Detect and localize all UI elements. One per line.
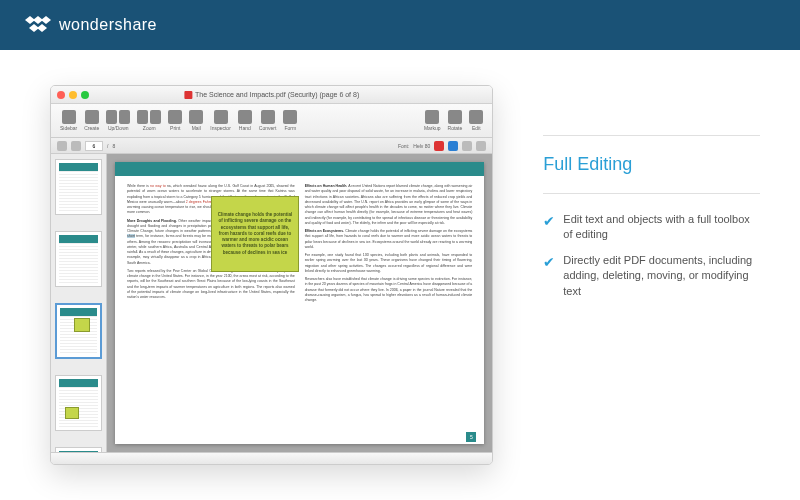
hand-tool[interactable]: Hand — [235, 110, 255, 131]
check-icon: ✔ — [543, 212, 555, 243]
sidebar-tool[interactable]: Sidebar — [57, 110, 80, 131]
traffic-lights — [57, 91, 89, 99]
nav-back-button[interactable] — [57, 141, 67, 151]
thumbnail-page-active[interactable] — [55, 303, 102, 359]
logo: wondershare — [25, 16, 157, 34]
page-separator: / — [107, 143, 108, 149]
markup-icon — [425, 110, 439, 124]
thumbnail-panel: 4 5 6 7 8 — [51, 154, 107, 452]
content-area: The Science and Impacts.pdf (Security) (… — [0, 50, 800, 500]
sidebar-icon — [62, 110, 76, 124]
print-tool[interactable]: Print — [165, 110, 185, 131]
print-icon — [168, 110, 182, 124]
check-icon: ✔ — [543, 253, 555, 299]
mail-icon — [189, 110, 203, 124]
document-area: 4 5 6 7 8 Climate change holds the poten… — [51, 154, 492, 452]
statusbar — [51, 452, 492, 464]
column-right[interactable]: Effects on Human Health. A recent United… — [305, 184, 473, 436]
page-body: Climate change holds the potential of in… — [115, 176, 484, 444]
hand-icon — [238, 110, 252, 124]
updown-icon — [106, 110, 130, 124]
pdf-file-icon — [184, 91, 192, 99]
convert-icon — [261, 110, 275, 124]
rotate-icon — [448, 110, 462, 124]
secondary-toolbar: 6 / 8 Font: Helv 80 — [51, 138, 492, 154]
callout-box[interactable]: Climate change holds the potential of in… — [211, 196, 299, 272]
edit-icon — [469, 110, 483, 124]
close-button[interactable] — [57, 91, 65, 99]
create-tool[interactable]: Create — [81, 110, 102, 131]
page-number-input[interactable]: 6 — [85, 141, 103, 151]
thumbnail-page[interactable] — [55, 375, 102, 431]
zoom-icon — [137, 110, 161, 124]
thumbnail-page[interactable] — [55, 231, 102, 287]
divider — [543, 193, 760, 194]
divider — [543, 135, 760, 136]
feature-panel: Full Editing ✔ Edit text and objects wit… — [533, 85, 770, 470]
create-icon — [85, 110, 99, 124]
brand-header: wondershare — [0, 0, 800, 50]
convert-tool[interactable]: Convert — [256, 110, 280, 131]
page-header-band — [115, 162, 484, 176]
edit-tool[interactable]: Edit — [466, 110, 486, 131]
zoom-tool[interactable]: Zoom — [134, 110, 164, 131]
markup-tool[interactable]: Markup — [421, 110, 444, 131]
main-toolbar: Sidebar Create Up/Down Zoom Print Mail I… — [51, 104, 492, 138]
window-titlebar: The Science and Impacts.pdf (Security) (… — [51, 86, 492, 104]
feature-title: Full Editing — [543, 154, 760, 175]
mail-tool[interactable]: Mail — [186, 110, 206, 131]
pdf-page: Climate change holds the potential of in… — [115, 162, 484, 444]
style-tool[interactable] — [476, 141, 486, 151]
font-label: Font: — [398, 143, 409, 149]
rotate-tool[interactable]: Rotate — [445, 110, 466, 131]
maximize-button[interactable] — [81, 91, 89, 99]
color-swatch-red[interactable] — [434, 141, 444, 151]
page-total: 8 — [112, 143, 115, 149]
feature-item: ✔ Directly edit PDF documents, including… — [543, 253, 760, 299]
inspector-icon — [214, 110, 228, 124]
form-tool[interactable]: Form — [280, 110, 300, 131]
window-title: The Science and Impacts.pdf (Security) (… — [184, 91, 359, 99]
thumbnail-page[interactable] — [55, 159, 102, 215]
font-value[interactable]: Helv 80 — [413, 143, 430, 149]
nav-forward-button[interactable] — [71, 141, 81, 151]
brand-name: wondershare — [59, 16, 157, 34]
feature-item: ✔ Edit text and objects with a full tool… — [543, 212, 760, 243]
form-icon — [283, 110, 297, 124]
thumbnail-page[interactable] — [55, 447, 102, 452]
page-viewport[interactable]: Climate change holds the potential of in… — [107, 154, 492, 452]
wondershare-logo-icon — [25, 16, 51, 34]
align-tool[interactable] — [462, 141, 472, 151]
color-swatch-blue[interactable] — [448, 141, 458, 151]
page-number-badge: 5 — [466, 432, 476, 442]
app-window: The Science and Impacts.pdf (Security) (… — [50, 85, 493, 465]
updown-tool[interactable]: Up/Down — [103, 110, 133, 131]
inspector-tool[interactable]: Inspector — [207, 110, 234, 131]
minimize-button[interactable] — [69, 91, 77, 99]
